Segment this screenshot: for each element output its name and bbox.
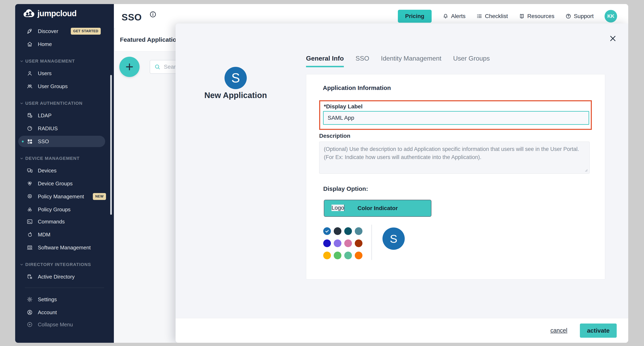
chevron-down-icon: [20, 60, 23, 63]
sidebar-item-label: Devices: [38, 167, 56, 174]
sidebar-item-collapse-menu[interactable]: Collapse Menu: [23, 319, 111, 330]
sidebar-item-ldap[interactable]: LDAP: [23, 110, 111, 121]
policy-groups-icon: [26, 206, 33, 213]
sidebar-item-policy-groups[interactable]: Policy Groups: [23, 204, 111, 215]
display-label-input[interactable]: [323, 111, 589, 125]
option-logo[interactable]: Logo: [332, 205, 344, 211]
sidebar-item-users[interactable]: Users: [23, 68, 111, 79]
application-information-card: Application Information *Display Label D…: [306, 74, 605, 280]
activate-button[interactable]: activate: [580, 323, 617, 338]
sidebar-item-label: Users: [38, 70, 52, 77]
pricing-button[interactable]: Pricing: [398, 10, 432, 23]
sidebar-item-label: Discover: [38, 28, 58, 35]
new-application-panel: S New Application General Info SSO Ident…: [176, 24, 628, 343]
sidebar-item-active-directory[interactable]: Active Directory: [23, 271, 111, 282]
sidebar-item-label: LDAP: [38, 112, 52, 119]
close-icon[interactable]: [608, 34, 617, 43]
add-application-button[interactable]: [119, 57, 140, 77]
sidebar-item-commands[interactable]: Commands: [23, 216, 111, 227]
sidebar-item-settings[interactable]: Settings: [23, 294, 111, 305]
sidebar-item-label: Collapse Menu: [38, 321, 73, 328]
active-indicator-dot: [22, 141, 24, 142]
sidebar-section-user-authentication[interactable]: USER AUTHENTICATION: [20, 99, 82, 107]
jumpcloud-logo[interactable]: jumpcloud: [22, 9, 76, 18]
collapse-arrow-icon: [26, 321, 33, 328]
color-swatch[interactable]: [344, 252, 352, 259]
featured-applications-title: Featured Applications: [120, 28, 184, 51]
sidebar-item-software-management[interactable]: Software Management: [23, 242, 111, 253]
sidebar: jumpcloud Discover GET STARTED Home USER…: [15, 4, 114, 343]
users-group-icon: [26, 83, 33, 90]
sidebar-section-label: USER AUTHENTICATION: [25, 101, 82, 106]
color-swatch[interactable]: [334, 227, 342, 235]
sidebar-item-policy-management[interactable]: Policy Management NEW: [23, 191, 111, 202]
account-icon: [26, 309, 33, 316]
new-badge: NEW: [93, 193, 106, 200]
sidebar-item-discover[interactable]: Discover GET STARTED: [23, 26, 111, 37]
sidebar-item-mdm[interactable]: MDM: [23, 229, 111, 240]
color-swatch[interactable]: [323, 252, 331, 259]
support-button[interactable]: Support: [565, 13, 594, 20]
sidebar-item-sso[interactable]: SSO: [18, 136, 105, 147]
description-textarea[interactable]: [319, 142, 590, 174]
sidebar-section-device-management[interactable]: DEVICE MANAGEMENT: [20, 154, 80, 162]
sidebar-item-label: Policy Management: [38, 194, 84, 200]
sidebar-item-label: Device Groups: [38, 181, 72, 187]
tab-identity-management[interactable]: Identity Management: [381, 55, 441, 67]
sidebar-item-user-groups[interactable]: User Groups: [23, 81, 111, 92]
devices-icon: [26, 167, 33, 174]
sidebar-divider: [25, 288, 104, 288]
sidebar-section-label: USER MANAGEMENT: [25, 59, 75, 64]
sidebar-section-directory-integrations[interactable]: DIRECTORY INTEGRATIONS: [20, 261, 91, 269]
sidebar-item-label: Software Management: [38, 245, 91, 251]
sidebar-item-device-groups[interactable]: Device Groups: [23, 178, 111, 189]
chevron-down-icon: [20, 263, 23, 266]
display-label-label: *Display Label: [324, 103, 362, 110]
cloud-logo-icon: [22, 9, 36, 18]
modal-footer: cancel activate: [176, 318, 628, 343]
book-icon: [519, 13, 525, 19]
apple-icon: [26, 231, 33, 238]
user-avatar[interactable]: KK: [604, 10, 617, 23]
color-swatch[interactable]: [344, 227, 352, 235]
color-swatch[interactable]: [344, 239, 352, 247]
sidebar-item-label: Policy Groups: [38, 207, 70, 213]
color-swatch[interactable]: [334, 252, 342, 259]
color-swatch[interactable]: [355, 252, 362, 259]
tab-sso[interactable]: SSO: [356, 55, 369, 67]
sidebar-item-label: SSO: [38, 138, 49, 145]
sidebar-item-devices[interactable]: Devices: [23, 165, 111, 176]
chevron-down-icon: [20, 157, 23, 160]
plus-icon: [124, 62, 134, 72]
sidebar-scrollbar[interactable]: [110, 75, 112, 215]
bell-icon: [442, 13, 448, 19]
sidebar-item-home[interactable]: Home: [23, 39, 111, 50]
checklist-button[interactable]: Checklist: [476, 13, 508, 20]
tab-general-info[interactable]: General Info: [306, 55, 344, 67]
color-swatch[interactable]: [323, 239, 331, 247]
color-swatch[interactable]: [355, 239, 362, 247]
policy-badge-icon: [26, 193, 33, 200]
info-icon[interactable]: [149, 11, 157, 18]
alerts-button[interactable]: Alerts: [442, 13, 466, 20]
sidebar-item-label: Home: [38, 41, 52, 47]
color-swatch[interactable]: [334, 239, 342, 247]
sidebar-item-label: Active Directory: [38, 274, 75, 280]
color-swatch-selected[interactable]: [323, 227, 331, 235]
screen: jumpcloud Discover GET STARTED Home USER…: [0, 0, 644, 346]
checklist-icon: [476, 13, 482, 19]
user-icon: [26, 70, 33, 77]
database-clock-icon: [26, 112, 33, 119]
sidebar-item-label: MDM: [38, 232, 50, 238]
application-avatar: S: [224, 67, 247, 89]
tab-user-groups[interactable]: User Groups: [453, 55, 490, 67]
resources-button[interactable]: Resources: [519, 13, 554, 20]
sidebar-item-account[interactable]: Account: [23, 307, 111, 318]
sidebar-item-radius[interactable]: RADIUS: [23, 123, 111, 134]
color-swatch[interactable]: [355, 227, 362, 235]
get-started-badge: GET STARTED: [71, 28, 101, 35]
cancel-button[interactable]: cancel: [550, 327, 567, 334]
sidebar-section-user-management[interactable]: USER MANAGEMENT: [20, 57, 75, 65]
modal-tabs: General Info SSO Identity Management Use…: [306, 55, 490, 67]
gear-icon: [26, 296, 33, 303]
